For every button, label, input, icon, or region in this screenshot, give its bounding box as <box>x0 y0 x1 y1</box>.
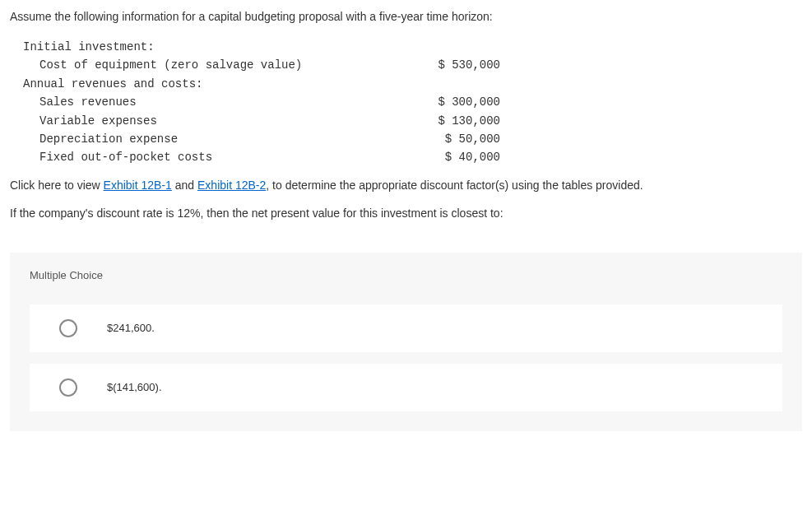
radio-icon <box>59 378 77 397</box>
row-value: $ 50,000 <box>369 130 500 148</box>
row-label: Annual revenues and costs: <box>23 75 369 93</box>
question-text: If the company's discount rate is 12%, t… <box>10 207 802 220</box>
answer-option[interactable]: $241,600. <box>30 304 782 352</box>
row-value: $ 530,000 <box>369 56 500 74</box>
table-row: Annual revenues and costs: <box>23 75 802 93</box>
table-row: Variable expenses$ 130,000 <box>23 112 802 130</box>
click-mid: and <box>172 179 197 192</box>
answer-option[interactable]: $(141,600). <box>30 364 782 411</box>
intro-text: Assume the following information for a c… <box>10 10 802 23</box>
table-row: Depreciation expense$ 50,000 <box>23 130 802 148</box>
row-value: $ 300,000 <box>369 93 500 111</box>
row-label: Initial investment: <box>23 38 369 56</box>
click-suffix: , to determine the appropriate discount … <box>266 179 643 192</box>
financial-data-table: Initial investment:Cost of equipment (ze… <box>23 38 802 167</box>
multiple-choice-container: Multiple Choice $241,600.$(141,600). <box>10 253 802 431</box>
exhibit-link-1[interactable]: Exhibit 12B-1 <box>104 179 172 192</box>
row-label: Sales revenues <box>23 93 369 111</box>
row-value <box>369 38 500 56</box>
table-row: Fixed out-of-pocket costs$ 40,000 <box>23 148 802 166</box>
row-label: Variable expenses <box>23 112 369 130</box>
radio-icon <box>59 319 77 337</box>
row-label: Fixed out-of-pocket costs <box>23 148 369 166</box>
row-value <box>369 75 500 93</box>
table-row: Initial investment: <box>23 38 802 56</box>
exhibit-links-sentence: Click here to view Exhibit 12B-1 and Exh… <box>10 179 802 192</box>
option-label: $241,600. <box>107 322 155 334</box>
row-label: Cost of equipment (zero salvage value) <box>23 56 369 74</box>
row-label: Depreciation expense <box>23 130 369 148</box>
row-value: $ 40,000 <box>369 148 500 166</box>
option-label: $(141,600). <box>107 381 162 393</box>
table-row: Sales revenues$ 300,000 <box>23 93 802 111</box>
click-prefix: Click here to view <box>10 179 104 192</box>
row-value: $ 130,000 <box>369 112 500 130</box>
multiple-choice-heading: Multiple Choice <box>30 269 782 281</box>
table-row: Cost of equipment (zero salvage value)$ … <box>23 56 802 74</box>
exhibit-link-2[interactable]: Exhibit 12B-2 <box>197 179 266 192</box>
